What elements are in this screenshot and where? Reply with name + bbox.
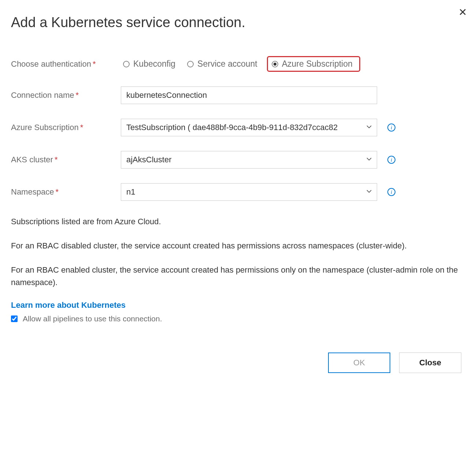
- required-asterisk: *: [93, 59, 96, 69]
- connection-name-input[interactable]: [121, 86, 377, 104]
- radio-service-account[interactable]: Service account: [185, 58, 260, 70]
- radio-azure-subscription[interactable]: Azure Subscription: [267, 56, 360, 72]
- azure-subscription-label: Azure Subscription*: [11, 123, 121, 132]
- help-text-3: For an RBAC enabled cluster, the service…: [11, 264, 465, 289]
- namespace-select[interactable]: n1: [121, 183, 377, 201]
- namespace-value: n1: [121, 183, 377, 201]
- info-icon[interactable]: i: [387, 123, 395, 132]
- help-text-2: For an RBAC disabled cluster, the servic…: [11, 240, 465, 252]
- radio-kubeconfig-label: Kubeconfig: [133, 59, 175, 69]
- radio-azure-subscription-label: Azure Subscription: [282, 59, 353, 69]
- auth-radio-group: Kubeconfig Service account Azure Subscri…: [121, 56, 360, 72]
- aks-cluster-label: AKS cluster*: [11, 155, 121, 165]
- azure-subscription-label-text: Azure Subscription: [11, 123, 79, 132]
- learn-more-link[interactable]: Learn more about Kubernetes: [11, 300, 126, 310]
- radio-icon: [272, 61, 278, 67]
- auth-label: Choose authentication*: [11, 59, 121, 69]
- ok-button[interactable]: OK: [328, 353, 390, 373]
- required-asterisk: *: [55, 187, 59, 196]
- aks-cluster-select[interactable]: ajAksCluster: [121, 151, 377, 169]
- radio-kubeconfig[interactable]: Kubeconfig: [121, 58, 178, 70]
- azure-subscription-select[interactable]: TestSubscription ( dae488bf-9cca-4b9b-91…: [121, 119, 377, 136]
- dialog-title: Add a Kubernetes service connection.: [11, 15, 465, 30]
- aks-cluster-label-text: AKS cluster: [11, 155, 53, 164]
- radio-service-account-label: Service account: [197, 59, 257, 69]
- connection-name-label: Connection name*: [11, 91, 121, 100]
- allow-pipelines-label: Allow all pipelines to use this connecti…: [23, 314, 162, 323]
- aks-cluster-value: ajAksCluster: [121, 151, 377, 169]
- azure-subscription-value: TestSubscription ( dae488bf-9cca-4b9b-91…: [121, 119, 377, 136]
- required-asterisk: *: [75, 91, 79, 100]
- close-icon[interactable]: ✕: [458, 7, 467, 18]
- help-text-1: Subscriptions listed are from Azure Clou…: [11, 215, 465, 228]
- allow-pipelines-checkbox[interactable]: [11, 315, 18, 322]
- required-asterisk: *: [55, 155, 58, 164]
- info-icon[interactable]: i: [387, 156, 395, 164]
- radio-icon: [123, 61, 130, 67]
- close-button[interactable]: Close: [399, 353, 461, 373]
- auth-label-text: Choose authentication: [11, 59, 91, 69]
- info-icon[interactable]: i: [387, 188, 395, 196]
- namespace-label-text: Namespace: [11, 187, 54, 196]
- namespace-label: Namespace*: [11, 187, 121, 197]
- connection-name-label-text: Connection name: [11, 91, 74, 100]
- radio-icon: [187, 61, 194, 67]
- required-asterisk: *: [80, 123, 83, 132]
